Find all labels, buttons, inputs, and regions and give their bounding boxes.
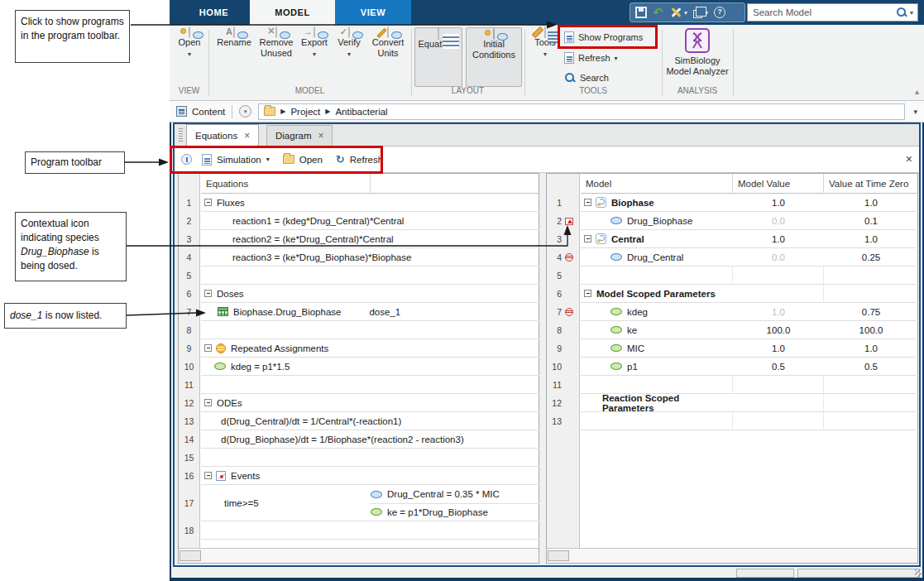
scrollbar-thumb[interactable]: [180, 550, 201, 561]
layout-windows-icon[interactable]: [693, 10, 702, 18]
folder-icon[interactable]: [264, 107, 275, 116]
undo-icon[interactable]: ↶: [653, 7, 664, 18]
ribbon-tab-model[interactable]: MODEL: [250, 0, 335, 25]
search-tool-button[interactable]: Search: [564, 72, 609, 84]
recent-dropdown-icon[interactable]: ▾: [239, 105, 251, 118]
open-program-button[interactable]: Open: [299, 155, 323, 165]
search-dropdown-icon[interactable]: ▾: [907, 9, 917, 17]
time-zero-value[interactable]: 0.1: [824, 216, 918, 226]
equations-toggle-button[interactable]: Equations: [414, 27, 462, 87]
convert-units-button[interactable]: ConvertUnits: [366, 27, 409, 59]
table-row[interactable]: [581, 412, 918, 430]
table-row[interactable]: kdeg 1.0 0.75: [581, 303, 918, 321]
table-row[interactable]: reaction3 = (ke*Drug_Biophase)*Biophase: [201, 248, 539, 266]
time-zero-value[interactable]: 100.0: [824, 325, 918, 335]
table-row[interactable]: Events: [201, 467, 539, 485]
table-row[interactable]: kdeg = p1*1.5: [201, 358, 539, 376]
column-header-model-value[interactable]: Model Value: [733, 174, 824, 194]
table-row[interactable]: [201, 521, 539, 540]
column-header-model[interactable]: Model: [581, 174, 733, 194]
resize-grip[interactable]: [915, 569, 922, 577]
breadcrumb-model[interactable]: Antibacterial: [335, 107, 387, 117]
table-row[interactable]: Doses: [201, 285, 539, 303]
model-value[interactable]: 1.0: [733, 198, 824, 208]
table-row[interactable]: [581, 266, 918, 285]
verify-button[interactable]: Verify▾: [332, 27, 366, 58]
time-zero-value[interactable]: 0.5: [824, 362, 918, 372]
initial-conditions-toggle-button[interactable]: InitialConditions: [466, 27, 522, 87]
model-value[interactable]: 0.0: [733, 216, 824, 226]
collapse-expander-icon[interactable]: [584, 199, 591, 206]
table-row[interactable]: [581, 376, 918, 394]
time-zero-value[interactable]: 1.0: [824, 198, 918, 208]
table-row[interactable]: [201, 376, 539, 394]
model-value[interactable]: 1.0: [733, 307, 824, 317]
table-row[interactable]: [201, 266, 539, 285]
close-tab-icon[interactable]: ×: [244, 132, 250, 140]
ribbon-tab-view[interactable]: VIEW: [335, 0, 411, 25]
time-zero-value[interactable]: 0.25: [824, 252, 918, 262]
horizontal-scrollbar[interactable]: [179, 548, 539, 563]
table-row[interactable]: Repeated Assignments: [201, 339, 539, 358]
refresh-program-button[interactable]: Refresh: [350, 155, 383, 165]
collapse-expander-icon[interactable]: [204, 472, 212, 479]
model-value[interactable]: 100.0: [733, 325, 824, 335]
collapse-expander-icon[interactable]: [204, 344, 212, 352]
table-row[interactable]: Biophase 1.0 1.0: [581, 194, 918, 212]
table-row[interactable]: Drug_Central 0.0 0.25: [581, 248, 918, 266]
content-button[interactable]: Content: [192, 107, 225, 117]
table-row[interactable]: Central 1.0 1.0: [581, 230, 918, 248]
tools-dropdown-icon[interactable]: ▾: [684, 9, 687, 17]
column-header-equations[interactable]: Equations: [201, 174, 371, 194]
simulation-menu[interactable]: Simulation: [217, 155, 261, 165]
address-dropdown-icon[interactable]: ▾: [913, 108, 924, 116]
table-row[interactable]: reaction2 = (ke*Drug_Central)*Central: [201, 230, 539, 248]
ribbon-tab-home[interactable]: HOME: [178, 0, 250, 25]
breadcrumb-project[interactable]: Project: [290, 107, 320, 117]
horizontal-scrollbar[interactable]: [547, 548, 917, 563]
model-value[interactable]: 0.0: [733, 252, 824, 262]
collapse-expander-icon[interactable]: [204, 199, 212, 206]
table-row[interactable]: d(Drug_Biophase)/dt = 1/Biophase*(reacti…: [201, 430, 539, 449]
table-row[interactable]: [201, 449, 539, 467]
remove-unused-button[interactable]: RemoveUnused: [256, 27, 297, 59]
table-row[interactable]: Drug_Biophase 0.0 0.1: [581, 212, 918, 230]
refresh-dropdown-icon[interactable]: ▾: [615, 55, 618, 62]
scrollbar-thumb[interactable]: [548, 550, 569, 561]
table-row[interactable]: Fluxes: [201, 194, 539, 212]
minimize-ribbon-icon[interactable]: ▴: [915, 87, 919, 96]
table-row[interactable]: MIC 1.0 1.0: [581, 339, 918, 358]
table-row-dose[interactable]: Biophase.Drug_Biophasedose_1: [201, 303, 539, 321]
table-row[interactable]: Model Scoped Parameters: [581, 285, 918, 303]
table-row-event[interactable]: time>=5 Drug_Central = 0.35 * MIC ke = p…: [201, 485, 539, 521]
simbiology-model-analyzer-button[interactable]: SimBiologyModel Analyzer: [666, 27, 729, 77]
table-row[interactable]: ke 100.0 100.0: [581, 321, 918, 339]
collapse-expander-icon[interactable]: [204, 290, 212, 297]
tab-equations[interactable]: Equations×: [186, 124, 259, 146]
help-icon[interactable]: ?: [714, 7, 725, 18]
time-zero-value[interactable]: 0.75: [824, 307, 918, 317]
search-model-input[interactable]: [748, 7, 896, 17]
show-programs-button[interactable]: Show Programs: [564, 31, 643, 43]
close-tab-icon[interactable]: ×: [318, 132, 323, 140]
info-icon[interactable]: [181, 154, 192, 165]
tab-diagram[interactable]: Diagram×: [266, 125, 333, 146]
open-button[interactable]: Open▾: [172, 27, 207, 58]
table-row[interactable]: [201, 321, 539, 339]
collapse-expander-icon[interactable]: [584, 290, 591, 297]
export-button[interactable]: Export▾: [297, 27, 332, 58]
tools-button[interactable]: Tools▾: [528, 27, 563, 58]
save-icon[interactable]: [635, 7, 647, 18]
search-icon[interactable]: [896, 7, 907, 18]
refresh-button[interactable]: Refresh ▾: [564, 52, 618, 64]
table-row[interactable]: d(Drug_Central)/dt = 1/Central*(-reactio…: [201, 412, 539, 430]
table-row[interactable]: ODEs: [201, 394, 539, 412]
model-value[interactable]: 1.0: [733, 234, 824, 244]
preferences-tools-icon[interactable]: [670, 7, 682, 18]
collapse-expander-icon[interactable]: [204, 399, 212, 406]
time-zero-value[interactable]: 1.0: [824, 234, 918, 244]
table-row[interactable]: reaction1 = (kdeg*Drug_Central)*Central: [201, 212, 539, 230]
table-row[interactable]: p1 0.5 0.5: [581, 358, 918, 376]
model-value[interactable]: 0.5: [733, 362, 824, 372]
time-zero-value[interactable]: 1.0: [824, 343, 918, 353]
